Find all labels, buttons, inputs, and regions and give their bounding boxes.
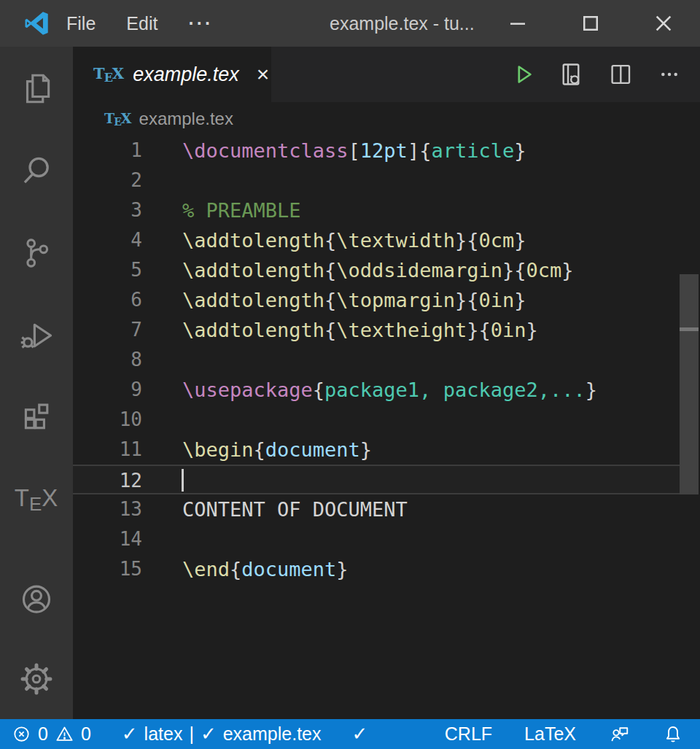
tex-file-icon: TEX <box>104 110 132 128</box>
notifications-button[interactable] <box>662 723 684 745</box>
maximize-button[interactable] <box>554 0 627 47</box>
token-class: article <box>431 139 514 162</box>
token-punct: } <box>514 289 526 311</box>
token-punct: { <box>230 558 241 581</box>
eol-indicator[interactable]: CRLF <box>445 723 492 745</box>
line-number: 6 <box>73 285 142 315</box>
code-line-3[interactable]: 3% PREAMBLE <box>73 195 700 225</box>
latex-workshop-tex-icon: TEX <box>15 484 59 516</box>
error-count: 0 <box>38 723 48 745</box>
search-icon <box>18 152 55 189</box>
code-line-11[interactable]: 11\begin{document} <box>73 435 700 465</box>
activity-explorer[interactable] <box>0 47 73 129</box>
token-cmd: 0in <box>478 289 514 311</box>
close-button[interactable] <box>627 0 700 47</box>
code-editor[interactable]: 1\documentclass[12pt]{article}23% PREAMB… <box>73 136 700 719</box>
token-comment: % PREAMBLE <box>182 199 301 222</box>
code-line-8[interactable]: 8 <box>73 345 700 375</box>
close-icon <box>652 12 675 35</box>
code-line-5[interactable]: 5\addtolength{\oddsidemargin}{0cm} <box>73 255 700 285</box>
source-control-icon <box>18 235 55 271</box>
token-cmd: \topmargin <box>336 289 455 311</box>
check-icon: ✓ <box>122 723 138 745</box>
build-status[interactable]: ✓ <box>352 723 368 745</box>
token-cmd: \begin <box>182 438 254 461</box>
code-line-13[interactable]: 13CONTENT OF DOCUMENT <box>73 494 700 524</box>
token-punct: { <box>324 229 336 252</box>
code-line-1[interactable]: 1\documentclass[12pt]{article} <box>73 136 700 166</box>
token-punct: { <box>467 289 478 311</box>
code-text: CONTENT OF DOCUMENT <box>182 494 408 524</box>
activity-latex-workshop[interactable]: TEX <box>0 459 73 541</box>
token-param: 12pt <box>360 139 408 162</box>
token-punct: { <box>514 259 526 282</box>
tab-bar: TEX example.tex × <box>73 47 700 102</box>
menu-more[interactable]: ··· <box>173 13 228 34</box>
code-line-15[interactable]: 15\end{document} <box>73 554 700 584</box>
code-line-9[interactable]: 9\usepackage{package1, package2,...} <box>73 375 700 405</box>
token-punct: } <box>561 259 573 282</box>
line-number: 5 <box>73 255 142 285</box>
ellipsis-icon <box>656 61 682 88</box>
code-text: \documentclass[12pt]{article} <box>182 136 526 166</box>
status-separator: | <box>189 723 194 745</box>
line-number: 1 <box>73 136 142 166</box>
line-number: 8 <box>73 345 142 375</box>
close-tab-icon[interactable]: × <box>257 63 270 85</box>
run-and-debug-icon <box>18 317 55 354</box>
line-number: 14 <box>73 524 142 554</box>
token-text: CONTENT OF DOCUMENT <box>182 498 408 521</box>
language-mode[interactable]: LaTeX <box>524 723 576 745</box>
token-punct: [ <box>349 139 360 162</box>
build-latex-button[interactable] <box>509 61 535 88</box>
window-title: example.tex - tu... <box>330 0 475 47</box>
split-editor-button[interactable] <box>607 61 634 88</box>
split-editor-icon <box>607 61 634 88</box>
feedback-button[interactable] <box>608 723 630 745</box>
activity-run-debug[interactable] <box>0 294 73 376</box>
more-actions-button[interactable] <box>656 61 682 88</box>
token-cmd: \textheight <box>336 319 467 341</box>
line-number: 13 <box>73 494 142 524</box>
minimize-button[interactable] <box>481 0 554 47</box>
token-punct: { <box>313 379 324 401</box>
code-line-4[interactable]: 4\addtolength{\textwidth}{0cm} <box>73 225 700 255</box>
menu-edit[interactable]: Edit <box>111 13 173 34</box>
activity-source-control[interactable] <box>0 211 73 294</box>
code-text: \addtolength{\textheight}{0in} <box>182 315 538 345</box>
code-line-12[interactable]: 12 <box>73 465 680 494</box>
extensions-icon <box>18 400 55 436</box>
tab-example-tex[interactable]: TEX example.tex × <box>73 47 271 102</box>
token-cmd: \end <box>182 558 230 581</box>
token-cmd: 0cm <box>526 259 561 282</box>
editor-group: TEX example.tex × <box>73 47 700 719</box>
activity-extensions[interactable] <box>0 376 73 459</box>
code-text: \addtolength{\textwidth}{0cm} <box>182 225 526 255</box>
activity-accounts[interactable] <box>0 559 73 639</box>
token-punct: } <box>514 229 526 252</box>
token-cmd: \addtolength <box>182 319 324 341</box>
problems-status[interactable]: 0 0 <box>12 723 91 745</box>
code-line-10[interactable]: 10 <box>73 405 700 435</box>
warning-icon <box>55 724 74 744</box>
menu-file[interactable]: File <box>51 13 111 34</box>
editor-actions <box>509 47 700 102</box>
token-class: package1, package2,... <box>324 379 586 401</box>
latex-lint-status[interactable]: ✓ latex | ✓ example.tex <box>122 723 322 745</box>
check-icon: ✓ <box>201 723 217 745</box>
code-line-14[interactable]: 14 <box>73 524 700 554</box>
line-number: 12 <box>73 466 142 493</box>
activity-settings[interactable] <box>0 639 73 719</box>
code-line-7[interactable]: 7\addtolength{\textheight}{0in} <box>73 315 700 345</box>
code-text: \usepackage{package1, package2,...} <box>182 375 597 405</box>
vertical-scrollbar[interactable] <box>680 274 699 494</box>
view-pdf-button[interactable] <box>557 61 585 88</box>
breadcrumb[interactable]: TEX example.tex <box>73 102 700 136</box>
line-number: 9 <box>73 375 142 405</box>
breadcrumb-item-file[interactable]: example.tex <box>139 109 233 129</box>
token-punct: } <box>502 259 514 282</box>
code-lines: 1\documentclass[12pt]{article}23% PREAMB… <box>73 136 700 584</box>
code-line-2[interactable]: 2 <box>73 166 700 195</box>
activity-search[interactable] <box>0 129 73 211</box>
code-line-6[interactable]: 6\addtolength{\topmargin}{0in} <box>73 285 700 315</box>
